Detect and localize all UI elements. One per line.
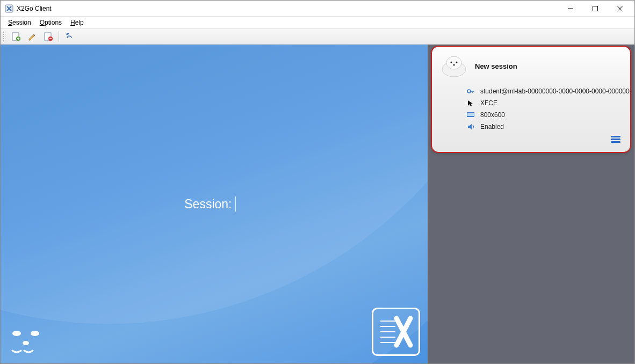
session-card[interactable]: New session student@ml-lab-00000000-0000…	[432, 47, 630, 152]
settings-button[interactable]	[62, 30, 77, 43]
session-sound-row: Enabled	[439, 121, 623, 133]
svg-point-17	[446, 56, 461, 69]
app-icon	[5, 4, 13, 13]
session-card-title: New session	[475, 62, 517, 70]
session-avatar-icon	[439, 54, 468, 78]
menu-help[interactable]: Help	[66, 18, 88, 27]
delete-session-button[interactable]	[41, 30, 56, 43]
svg-point-18	[450, 61, 452, 63]
session-connection-row: student@ml-lab-00000000-0000-0000-0000-0…	[439, 85, 623, 97]
sessions-sidebar: New session student@ml-lab-00000000-0000…	[428, 45, 634, 363]
menu-bar: Session Options Help	[1, 17, 634, 28]
session-connection-text: student@ml-lab-00000000-0000-0000-0000-0…	[480, 88, 630, 95]
svg-point-20	[453, 64, 455, 66]
window-titlebar: X2Go Client	[1, 1, 634, 17]
main-area: Session:	[1, 45, 634, 363]
close-button[interactable]	[608, 1, 632, 17]
toolbar-grip	[3, 31, 6, 42]
svg-point-21	[467, 90, 471, 93]
svg-point-9	[31, 331, 39, 336]
session-sound-text: Enabled	[480, 123, 504, 130]
session-input-cursor[interactable]	[235, 196, 235, 212]
sound-icon	[466, 122, 475, 131]
minimize-button[interactable]	[558, 1, 583, 17]
window-title: X2Go Client	[17, 5, 52, 12]
session-desktop-text: XFCE	[480, 99, 497, 107]
toolbar	[1, 28, 634, 45]
svg-rect-23	[467, 113, 474, 116]
session-menu-button[interactable]	[611, 136, 620, 143]
seal-face-icon	[7, 325, 50, 357]
x2go-logo-icon	[372, 308, 420, 356]
svg-rect-7	[66, 33, 69, 35]
session-label-text: Session:	[184, 197, 232, 212]
toolbar-separator	[59, 31, 59, 42]
session-geometry-row: 800x600	[439, 109, 623, 121]
svg-rect-2	[593, 6, 598, 11]
maximize-button[interactable]	[583, 1, 608, 17]
svg-point-19	[456, 61, 457, 63]
new-session-button[interactable]	[9, 30, 24, 43]
svg-point-10	[23, 341, 29, 345]
display-icon	[466, 111, 475, 119]
svg-point-8	[12, 331, 21, 336]
edit-session-button[interactable]	[25, 30, 40, 43]
mouse-icon	[466, 99, 475, 107]
menu-session[interactable]: Session	[4, 18, 35, 27]
session-desktop-row: XFCE	[439, 97, 623, 109]
key-icon	[466, 87, 475, 96]
session-geometry-text: 800x600	[480, 111, 505, 119]
session-pane: Session:	[1, 45, 428, 363]
menu-options[interactable]: Options	[35, 18, 66, 27]
session-label: Session:	[184, 196, 235, 212]
